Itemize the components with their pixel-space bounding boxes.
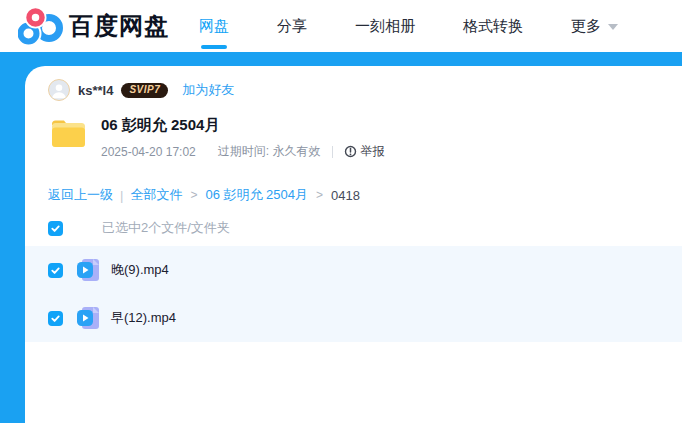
share-expire: 过期时间: 永久有效 (218, 143, 321, 160)
file-name[interactable]: 晚(9).mp4 (111, 261, 169, 279)
person-icon (49, 79, 69, 101)
share-owner-row: ks**l4 SVIP7 加为好友 (25, 66, 682, 101)
chevron-down-icon (608, 24, 618, 30)
share-content-card: ks**l4 SVIP7 加为好友 06 彭明允 2504月 2025-04-2… (25, 66, 682, 423)
nav-tab-label: 分享 (277, 17, 307, 36)
folder-icon (48, 115, 88, 151)
breadcrumb-item-all-files[interactable]: 全部文件 (130, 186, 182, 204)
top-header: 百度网盘 网盘 分享 一刻相册 格式转换 更多 (0, 0, 682, 52)
file-checkbox[interactable] (48, 311, 63, 326)
svip-badge[interactable]: SVIP7 (121, 83, 168, 98)
nav-tab-format-convert[interactable]: 格式转换 (463, 17, 523, 36)
owner-username: ks**l4 (78, 83, 113, 98)
baidu-netdisk-logo-icon (18, 6, 64, 46)
check-icon (50, 313, 61, 324)
breadcrumb-back-link[interactable]: 返回上一级 (48, 186, 113, 204)
breadcrumb-bar-separator: | (120, 188, 123, 203)
file-row[interactable]: 早(12).mp4 (25, 294, 682, 342)
file-row[interactable]: 晚(9).mp4 (25, 246, 682, 294)
nav-tab-more[interactable]: 更多 (571, 17, 618, 36)
avatar (48, 79, 70, 101)
report-label: 举报 (360, 143, 384, 160)
breadcrumb-gt-separator: > (190, 188, 197, 202)
file-name[interactable]: 早(12).mp4 (111, 309, 176, 327)
selection-bar: 已选中2个文件/文件夹 (48, 220, 682, 236)
nav-tab-netdisk[interactable]: 网盘 (199, 17, 229, 36)
add-friend-link[interactable]: 加为好友 (182, 81, 234, 99)
meta-divider (332, 146, 333, 158)
nav-tab-moment-album[interactable]: 一刻相册 (355, 17, 415, 36)
main-nav: 网盘 分享 一刻相册 格式转换 更多 (199, 17, 618, 36)
select-all-checkbox[interactable] (48, 221, 63, 236)
check-icon (50, 223, 61, 234)
selection-summary: 已选中2个文件/文件夹 (102, 219, 230, 237)
nav-tab-share[interactable]: 分享 (277, 17, 307, 36)
video-file-icon (75, 305, 101, 331)
nav-tab-label: 网盘 (199, 17, 229, 36)
breadcrumb-gt-separator: > (316, 188, 323, 202)
nav-tab-label: 更多 (571, 17, 601, 36)
share-info-row: 06 彭明允 2504月 2025-04-20 17:02 过期时间: 永久有效… (48, 115, 682, 160)
brand-title: 百度网盘 (69, 10, 169, 42)
nav-tab-label: 一刻相册 (355, 17, 415, 36)
breadcrumb-item-current: 0418 (331, 188, 360, 203)
file-list: 晚(9).mp4 早(12).mp4 (25, 246, 682, 342)
video-file-icon (75, 257, 101, 283)
share-date: 2025-04-20 17:02 (101, 145, 196, 159)
share-title: 06 彭明允 2504月 (101, 116, 384, 135)
breadcrumb: 返回上一级 | 全部文件 > 06 彭明允 2504月 > 0418 (48, 186, 682, 204)
report-icon (344, 145, 357, 158)
file-checkbox[interactable] (48, 263, 63, 278)
check-icon (50, 265, 61, 276)
share-info-texts: 06 彭明允 2504月 2025-04-20 17:02 过期时间: 永久有效… (101, 115, 384, 160)
report-button[interactable]: 举报 (344, 143, 384, 160)
nav-tab-label: 格式转换 (463, 17, 523, 36)
share-meta: 2025-04-20 17:02 过期时间: 永久有效 举报 (101, 143, 384, 160)
breadcrumb-item-folder[interactable]: 06 彭明允 2504月 (205, 186, 308, 204)
page-background: ks**l4 SVIP7 加为好友 06 彭明允 2504月 2025-04-2… (0, 52, 682, 423)
